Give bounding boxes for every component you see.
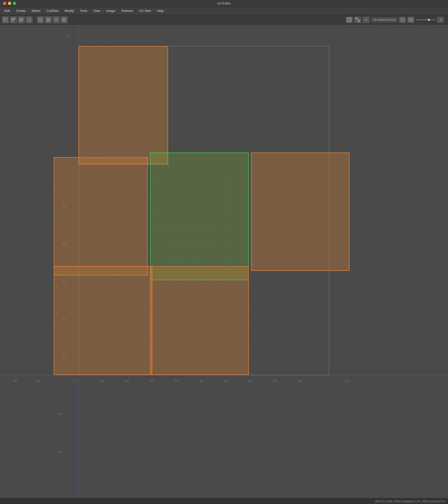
svg-rect-1 <box>4 19 5 20</box>
snap-button[interactable] <box>53 16 60 23</box>
coord-label-x-0.1: 0.1 <box>101 380 104 382</box>
svg-rect-2 <box>12 18 13 20</box>
coord-label-y-m0.2: -0.2 <box>58 451 62 454</box>
status-text: (6/6) UV shells, (0/0) overlapping UVs, … <box>375 500 445 503</box>
uv-shell-mid-center[interactable] <box>150 152 249 280</box>
move-tool-button[interactable] <box>10 16 17 23</box>
svg-rect-6 <box>20 18 23 21</box>
texture-icon-button[interactable] <box>346 17 353 23</box>
svg-rect-25 <box>355 18 358 20</box>
svg-rect-28 <box>355 20 358 22</box>
coord-label-x-0.7: 0.7 <box>249 380 252 382</box>
coord-label-x-0.9: 0.9 <box>298 380 301 382</box>
menu-help[interactable]: Help <box>154 8 166 14</box>
menu-image[interactable]: Image <box>104 8 118 14</box>
menubar: Edit Create Select Cut/Sew Modify Tools … <box>0 7 448 15</box>
coord-label-y-1.1: 1.1 <box>67 34 71 37</box>
menu-cut-sew[interactable]: Cut/Sew <box>44 8 61 14</box>
coord-label-x-1: 1 <box>325 380 326 382</box>
coord-label-x-0.4: 0.4 <box>175 380 178 382</box>
zoom-slider[interactable] <box>416 19 436 20</box>
svg-rect-14 <box>47 20 48 22</box>
scale-tool-button[interactable] <box>26 16 33 23</box>
coord-label-y-m0.1: -0.1 <box>58 413 62 416</box>
coord-label-x-0: 0 <box>74 380 75 382</box>
traffic-lights <box>3 2 16 5</box>
separator-1 <box>35 17 35 23</box>
uv-shell-bot-left[interactable] <box>54 266 152 375</box>
coord-label-x-m0.2: -0.2 <box>13 380 18 382</box>
menu-view[interactable]: View <box>91 8 103 14</box>
svg-rect-26 <box>358 20 360 22</box>
menu-tools[interactable]: Tools <box>77 8 90 14</box>
titlebar: UV Editor <box>0 0 448 7</box>
next-texture-button[interactable] <box>407 17 414 23</box>
svg-line-8 <box>28 18 31 21</box>
svg-rect-20 <box>347 18 351 22</box>
view-uv-button[interactable] <box>37 16 44 23</box>
svg-point-19 <box>63 19 65 21</box>
texture-name-label: No texture found <box>371 17 398 22</box>
svg-rect-15 <box>49 20 50 22</box>
select-tool-button[interactable] <box>2 16 9 23</box>
svg-point-17 <box>56 19 57 20</box>
close-button[interactable] <box>3 2 6 5</box>
svg-rect-5 <box>20 19 22 21</box>
menu-uv-sets[interactable]: UV Sets <box>137 8 154 14</box>
coord-label-x-0.5: 0.5 <box>199 380 203 382</box>
uv-shell-bot-center[interactable] <box>150 266 249 375</box>
minimize-button[interactable] <box>8 2 11 5</box>
uv-shell-mid-right[interactable] <box>251 152 349 271</box>
view-mode-button[interactable] <box>45 16 52 23</box>
coord-label-x-m0.1: -0.1 <box>36 380 40 382</box>
uv-shell-mid-left[interactable] <box>54 157 148 276</box>
menu-modify[interactable]: Modify <box>62 8 76 14</box>
zoom-slider-container <box>416 19 436 20</box>
coord-label-x-0.2: 0.2 <box>125 380 129 382</box>
menu-select[interactable]: Select <box>29 8 43 14</box>
extra-button[interactable]: || <box>437 17 444 23</box>
checkerboard-button[interactable] <box>354 17 361 23</box>
svg-rect-12 <box>47 18 48 20</box>
prev-texture-button[interactable] <box>399 17 406 23</box>
menu-edit[interactable]: Edit <box>2 8 12 14</box>
uv-shell-top[interactable] <box>78 46 168 164</box>
coord-label-x-0.3: 0.3 <box>150 380 153 382</box>
texture-info: ▼ No texture found || <box>346 17 444 23</box>
coord-label-x-1.1: 1.1 <box>345 380 348 382</box>
rotate-tool-button[interactable] <box>18 16 25 23</box>
svg-rect-4 <box>14 18 15 20</box>
svg-rect-3 <box>12 20 13 22</box>
canvas-area[interactable]: 1.1 0.6 0.5 0.4 0.3 0.2 0.1 -0.1 -0.2 -0… <box>0 25 448 498</box>
coord-label-x-0.8: 0.8 <box>273 380 277 382</box>
toolbar: ▼ No texture found || <box>0 15 448 25</box>
menu-create[interactable]: Create <box>13 8 28 14</box>
zoom-slider-thumb[interactable] <box>428 19 430 21</box>
statusbar: (6/6) UV shells, (0/0) overlapping UVs, … <box>0 498 448 504</box>
fullscreen-button[interactable] <box>13 2 16 5</box>
x-axis-line <box>0 375 448 375</box>
svg-rect-27 <box>358 18 360 20</box>
window-title: UV Editor <box>217 1 231 5</box>
texture-dropdown-arrow[interactable]: ▼ <box>363 17 370 23</box>
menu-textures[interactable]: Textures <box>119 8 136 14</box>
camera-button[interactable] <box>61 16 68 23</box>
coord-label-x-0.6: 0.6 <box>224 380 227 382</box>
svg-rect-13 <box>49 18 50 20</box>
